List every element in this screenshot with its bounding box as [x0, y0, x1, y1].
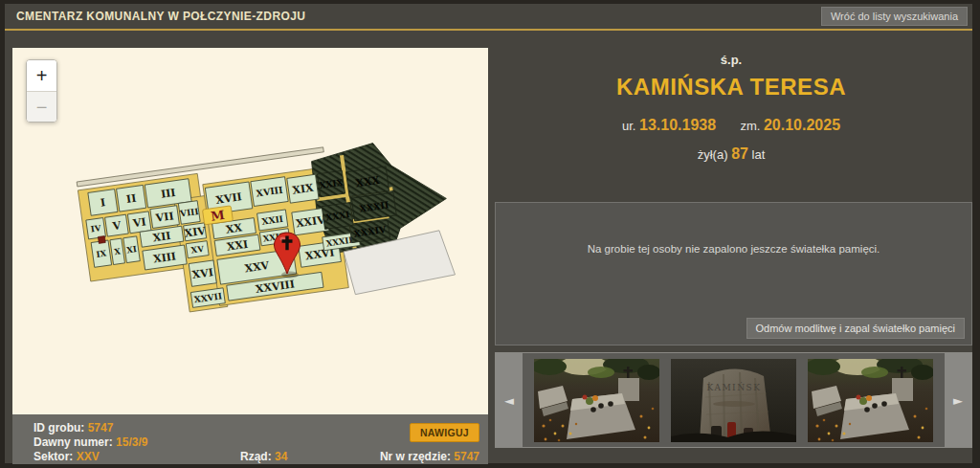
map-sector-label: II: [125, 192, 137, 206]
map-sector-label: IV: [90, 223, 101, 234]
old-number: Dawny numer: 15/3/9: [33, 435, 147, 449]
navigate-button[interactable]: NAWIGUJ: [410, 423, 479, 442]
sector-value: XXV: [77, 450, 100, 463]
sector-label: Sektor:: [33, 450, 73, 463]
map-sector-label: XX: [225, 221, 243, 235]
born-date: 13.10.1938: [639, 117, 716, 133]
map-sector-label: VII: [154, 210, 174, 225]
died-date: 20.10.2025: [764, 117, 840, 133]
zoom-in-button[interactable]: +: [27, 60, 56, 91]
carousel-strip: KAMIŃSK: [523, 353, 945, 447]
zoom-out-button[interactable]: −: [27, 91, 56, 122]
grave-row-value: 34: [275, 450, 287, 463]
lived-label: żył(a): [698, 147, 728, 162]
app-window: CMENTARZ KOMUNALNY W POŁCZYNIE-ZDROJU Wr…: [5, 4, 972, 463]
grave-info-bar: ID grobu: 5747 Dawny numer: 15/3/9 Sekto…: [12, 414, 488, 464]
grave-photo-thumbnail-1[interactable]: [534, 359, 659, 442]
number-in-row-value: 5747: [454, 450, 479, 463]
grave-id-value: 5747: [88, 421, 114, 435]
sector: Sektor: XXV: [33, 450, 100, 463]
map-sector-label: III: [160, 187, 176, 201]
honorific: ś.p.: [490, 53, 972, 67]
grave-row-label: Rząd:: [240, 450, 272, 463]
grave-row: Rząd: 34: [240, 450, 287, 463]
arrow-right-icon: ►: [953, 393, 963, 408]
old-number-value: 15/3/9: [116, 435, 147, 449]
map-sector-label: IX: [96, 248, 107, 258]
svg-text:M: M: [210, 208, 225, 224]
life-dates: ur. 13.10.1938 zm. 20.10.2025: [490, 117, 972, 134]
cemetery-map-panel: IIIIIIIVVVIVIIVIIIIXXXIXIIXIIIXIVXVXVIXV…: [12, 48, 488, 415]
lived-years: żył(a) 87 lat: [490, 145, 972, 163]
cemetery-map[interactable]: IIIIIIIVVVIVIIVIIIIXXXIXIIXIIIXIVXVXVIXV…: [12, 48, 488, 415]
photo-carousel: ◄: [495, 352, 972, 448]
arrow-left-icon: ◄: [504, 393, 514, 408]
died-label: zm.: [740, 119, 760, 133]
person-name: KAMIŃSKA TERESA: [490, 74, 972, 100]
person-panel: ś.p. KAMIŃSKA TERESA ur. 13.10.1938 zm. …: [490, 4, 972, 460]
number-in-row-label: Nr w rzędzie:: [380, 450, 451, 463]
map-sector-label: VI: [131, 215, 146, 230]
grave-photo-thumbnail-3[interactable]: [808, 359, 933, 442]
grave-id: ID grobu: 5747: [33, 421, 113, 435]
memory-candles-box: Na grobie tej osoby nie zapalono jeszcze…: [495, 202, 972, 345]
map-sector-label: XV: [190, 244, 205, 256]
map-zoom-control: + −: [26, 59, 57, 123]
engraved-name: KAMIŃSK: [707, 382, 762, 392]
grave-id-label: ID grobu:: [33, 421, 84, 435]
small-building-icon: [98, 236, 105, 244]
memory-empty-message: Na grobie tej osoby nie zapalono jeszcze…: [496, 243, 971, 255]
carousel-prev-button[interactable]: ◄: [496, 353, 523, 447]
born-label: ur.: [622, 119, 635, 133]
map-sector-label: XI: [126, 244, 138, 255]
page-title: CMENTARZ KOMUNALNY W POŁCZYNIE-ZDROJU: [16, 10, 305, 23]
grave-photo-thumbnail-2[interactable]: KAMIŃSK: [671, 359, 796, 442]
lived-unit: lat: [752, 147, 766, 162]
old-number-label: Dawny numer:: [33, 435, 113, 449]
lived-years-value: 87: [731, 145, 748, 162]
number-in-row: Nr w rzędzie: 5747: [380, 450, 479, 463]
carousel-next-button[interactable]: ►: [945, 353, 971, 447]
pray-and-light-candle-button[interactable]: Odmów modlitwę i zapal światełko pamięci: [746, 318, 965, 339]
map-sector-label: XII: [152, 230, 171, 244]
